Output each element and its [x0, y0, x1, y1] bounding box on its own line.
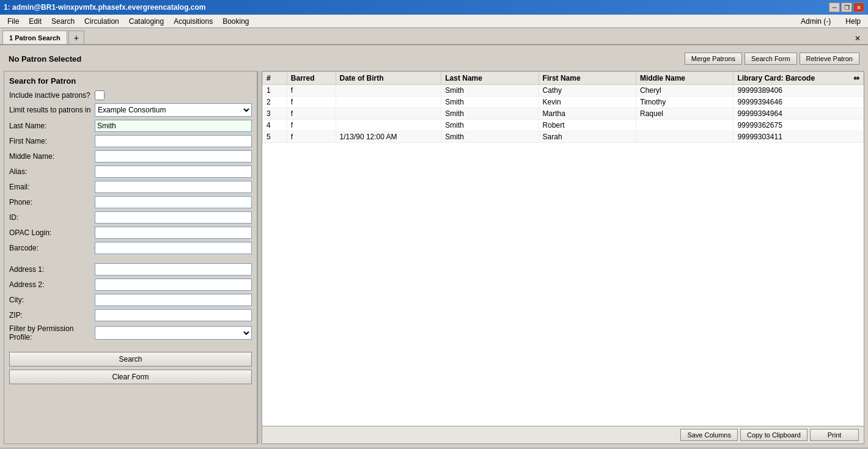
email-row: Email: — [9, 181, 252, 193]
tab-patron-search[interactable]: 1 Patron Search — [2, 31, 67, 44]
alias-row: Alias: — [9, 166, 252, 178]
retrieve-patron-button[interactable]: Retrieve Patron — [800, 53, 859, 65]
menu-file[interactable]: File — [2, 16, 24, 27]
results-scroll[interactable]: # Barred Date of Birth Last Name First N… — [262, 71, 864, 426]
title-bar: 1: admin@BR1-winxpvmfx.phasefx.evergreen… — [0, 0, 868, 15]
menu-search[interactable]: Search — [46, 16, 79, 27]
patron-header: No Patron Selected Merge Patrons Search … — [4, 49, 864, 68]
middle-name-row: Middle Name: — [9, 150, 252, 162]
panel-divider[interactable] — [257, 71, 262, 444]
last-name-label: Last Name: — [9, 122, 95, 130]
include-inactive-checkbox[interactable] — [95, 90, 105, 100]
restore-button[interactable]: ❐ — [841, 2, 852, 12]
alias-input[interactable] — [95, 166, 252, 178]
menu-cataloging[interactable]: Cataloging — [124, 16, 169, 27]
cell-last: Smith — [441, 97, 539, 108]
cell-num: 5 — [263, 131, 287, 143]
phone-input[interactable] — [95, 196, 252, 208]
cell-dob — [336, 85, 441, 97]
cell-barcode: 99999394646 — [734, 97, 864, 108]
cell-middle: Raquel — [636, 108, 734, 120]
phone-row: Phone: — [9, 196, 252, 208]
menu-bar: File Edit Search Circulation Cataloging … — [0, 15, 868, 28]
menu-right: Admin (-) Help — [796, 16, 866, 27]
table-row[interactable]: 2 f Smith Kevin Timothy 99999394646 — [263, 97, 864, 108]
merge-patrons-button[interactable]: Merge Patrons — [685, 53, 742, 65]
cell-first: Kevin — [539, 97, 636, 108]
tab-close-button[interactable]: ✕ — [850, 33, 866, 44]
title-bar-title: 1: admin@BR1-winxpvmfx.phasefx.evergreen… — [4, 3, 205, 12]
include-inactive-row: Include inactive patrons? — [9, 90, 252, 100]
col-header-middle: Middle Name — [636, 72, 734, 85]
cell-last: Smith — [441, 85, 539, 97]
cell-first: Cathy — [539, 85, 636, 97]
close-button[interactable]: ✕ — [853, 2, 864, 12]
last-name-input[interactable] — [95, 120, 252, 132]
cell-barred: f — [287, 97, 336, 108]
copy-to-clipboard-button[interactable]: Copy to Clipboard — [740, 429, 807, 441]
cell-num: 2 — [263, 97, 287, 108]
cell-barcode: 99999303411 — [734, 131, 864, 143]
zip-row: ZIP: — [9, 309, 252, 321]
middle-name-label: Middle Name: — [9, 152, 95, 161]
cell-barred: f — [287, 131, 336, 143]
opac-login-input[interactable] — [95, 227, 252, 239]
results-table: # Barred Date of Birth Last Name First N… — [262, 71, 864, 143]
first-name-input[interactable] — [95, 135, 252, 147]
city-row: City: — [9, 294, 252, 306]
print-button[interactable]: Print — [810, 429, 859, 441]
results-panel: # Barred Date of Birth Last Name First N… — [262, 71, 864, 444]
minimize-button[interactable]: ─ — [829, 2, 840, 12]
city-input[interactable] — [95, 294, 252, 306]
filter-select[interactable] — [95, 326, 252, 340]
address1-label: Address 1: — [9, 265, 95, 274]
menu-circulation[interactable]: Circulation — [79, 16, 124, 27]
cell-barcode: 99999389406 — [734, 85, 864, 97]
menu-acquisitions[interactable]: Acquisitions — [169, 16, 218, 27]
content-row: Search for Patron Include inactive patro… — [4, 71, 864, 444]
cell-first: Martha — [539, 108, 636, 120]
table-row[interactable]: 3 f Smith Martha Raquel 99999394964 — [263, 108, 864, 120]
zip-label: ZIP: — [9, 311, 95, 319]
address1-input[interactable] — [95, 263, 252, 276]
cell-dob — [336, 97, 441, 108]
barcode-input[interactable] — [95, 242, 252, 254]
tab-patron-search-label: 1 Patron Search — [9, 34, 61, 42]
address2-input[interactable] — [95, 279, 252, 291]
menu-admin[interactable]: Admin (-) — [796, 16, 836, 27]
alias-label: Alias: — [9, 167, 95, 176]
cell-dob — [336, 120, 441, 131]
cell-middle — [636, 131, 734, 143]
menu-help[interactable]: Help — [840, 16, 866, 27]
id-input[interactable] — [95, 211, 252, 224]
search-form-button[interactable]: Search Form — [745, 53, 797, 65]
save-columns-button[interactable]: Save Columns — [680, 429, 738, 441]
cell-last: Smith — [441, 108, 539, 120]
tab-new-button[interactable]: + — [68, 31, 84, 44]
title-bar-controls: ─ ❐ ✕ — [829, 2, 864, 12]
limit-results-row: Limit results to patrons in Example Cons… — [9, 103, 252, 117]
patron-buttons: Merge Patrons Search Form Retrieve Patro… — [685, 53, 859, 65]
cell-first: Sarah — [539, 131, 636, 143]
cell-last: Smith — [441, 131, 539, 143]
search-panel: Search for Patron Include inactive patro… — [4, 71, 257, 444]
zip-input[interactable] — [95, 309, 252, 321]
limit-results-label: Limit results to patrons in — [9, 106, 95, 114]
phone-label: Phone: — [9, 198, 95, 206]
limit-results-select[interactable]: Example Consortium — [95, 103, 252, 117]
city-label: City: — [9, 296, 95, 304]
menu-edit[interactable]: Edit — [24, 16, 46, 27]
table-row[interactable]: 1 f Smith Cathy Cheryl 99999389406 — [263, 85, 864, 97]
address2-label: Address 2: — [9, 280, 95, 289]
table-row[interactable]: 5 f 1/13/90 12:00 AM Smith Sarah 9999930… — [263, 131, 864, 143]
col-resize-icon[interactable]: ⇔ — [853, 74, 859, 82]
search-button[interactable]: Search — [9, 352, 252, 367]
email-label: Email: — [9, 183, 95, 191]
table-row[interactable]: 4 f Smith Robert 99999362675 — [263, 120, 864, 131]
cell-barcode: 99999362675 — [734, 120, 864, 131]
last-name-row: Last Name: — [9, 120, 252, 132]
clear-form-button[interactable]: Clear Form — [9, 370, 252, 384]
middle-name-input[interactable] — [95, 150, 252, 162]
menu-booking[interactable]: Booking — [218, 16, 254, 27]
email-input[interactable] — [95, 181, 252, 193]
